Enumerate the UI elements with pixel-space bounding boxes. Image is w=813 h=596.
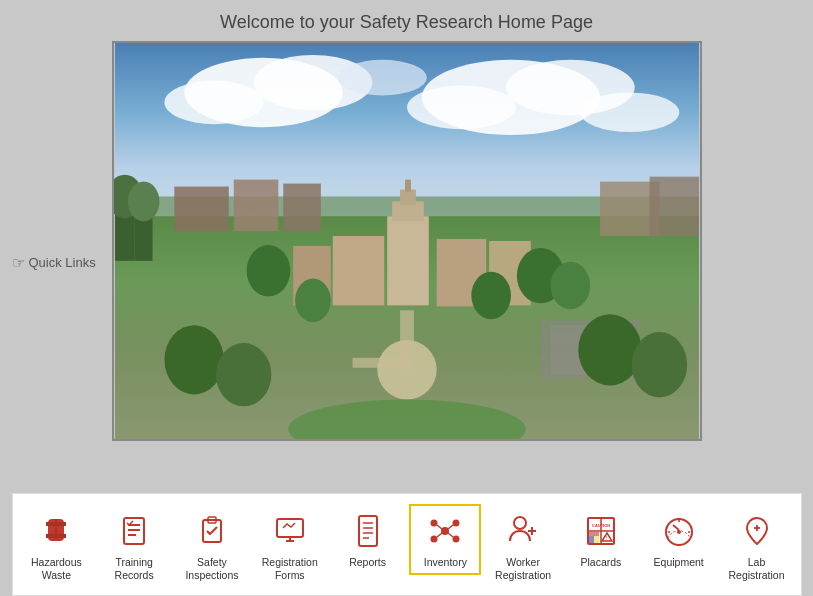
svg-point-3 bbox=[164, 81, 263, 125]
svg-point-63 bbox=[453, 519, 460, 526]
nav-label-inventory: Inventory bbox=[424, 556, 467, 570]
nav-label-registration-forms: RegistrationForms bbox=[262, 556, 318, 583]
nav-item-worker-registration[interactable]: WorkerRegistration bbox=[487, 504, 559, 589]
svg-line-68 bbox=[437, 533, 442, 537]
svg-point-7 bbox=[580, 93, 679, 133]
svg-point-39 bbox=[215, 343, 270, 406]
svg-point-62 bbox=[431, 519, 438, 526]
svg-point-33 bbox=[550, 262, 590, 310]
svg-point-64 bbox=[431, 535, 438, 542]
nav-item-placards[interactable]: CAUTION ! Placards bbox=[565, 504, 637, 576]
monitor-icon bbox=[269, 510, 311, 552]
nav-label-training-records: TrainingRecords bbox=[115, 556, 154, 583]
nav-label-safety-inspections: SafetyInspections bbox=[185, 556, 238, 583]
checklist-icon bbox=[113, 510, 155, 552]
warning-grid-icon: CAUTION ! bbox=[580, 510, 622, 552]
svg-line-84 bbox=[673, 525, 679, 530]
nav-item-equipment[interactable]: Equipment bbox=[643, 504, 715, 576]
svg-line-67 bbox=[448, 525, 453, 529]
svg-rect-30 bbox=[352, 358, 406, 368]
svg-rect-15 bbox=[174, 187, 228, 232]
svg-rect-17 bbox=[283, 184, 321, 232]
svg-point-8 bbox=[337, 60, 426, 96]
quick-links-icon: ☞ bbox=[12, 254, 25, 272]
svg-text:!: ! bbox=[606, 535, 607, 541]
molecule-icon bbox=[424, 510, 466, 552]
nav-label-placards: Placards bbox=[580, 556, 621, 570]
svg-point-6 bbox=[407, 86, 516, 130]
svg-rect-80 bbox=[589, 536, 594, 543]
nav-item-inventory[interactable]: Inventory bbox=[409, 504, 481, 576]
svg-point-35 bbox=[471, 272, 511, 320]
nav-label-hazardous-waste: HazardousWaste bbox=[31, 556, 82, 583]
svg-rect-24 bbox=[332, 236, 383, 305]
svg-point-14 bbox=[127, 182, 159, 222]
svg-point-31 bbox=[246, 245, 290, 296]
svg-point-70 bbox=[514, 517, 526, 529]
nav-label-lab-registration: LabRegistration bbox=[728, 556, 784, 583]
clipboard-check-icon bbox=[191, 510, 233, 552]
doc-icon bbox=[347, 510, 389, 552]
svg-rect-16 bbox=[233, 180, 278, 231]
svg-rect-19 bbox=[649, 177, 699, 236]
svg-point-41 bbox=[631, 332, 686, 397]
svg-text:CAUTION: CAUTION bbox=[592, 523, 610, 528]
svg-point-34 bbox=[295, 279, 331, 323]
nav-item-reports[interactable]: Reports bbox=[332, 504, 404, 576]
nav-label-equipment: Equipment bbox=[654, 556, 704, 570]
nav-item-training-records[interactable]: TrainingRecords bbox=[98, 504, 170, 589]
barrel-icon bbox=[35, 510, 77, 552]
svg-rect-22 bbox=[400, 190, 416, 206]
svg-point-38 bbox=[164, 325, 223, 394]
bottom-navbar: HazardousWaste TrainingRecords bbox=[12, 493, 802, 596]
nav-item-hazardous-waste[interactable]: HazardousWaste bbox=[20, 504, 92, 589]
svg-rect-20 bbox=[387, 216, 429, 305]
svg-point-65 bbox=[453, 535, 460, 542]
page-title: Welcome to your Safety Research Home Pag… bbox=[220, 12, 593, 33]
content-area: ☞ Quick Links bbox=[12, 41, 802, 485]
nav-label-worker-registration: WorkerRegistration bbox=[495, 556, 551, 583]
quick-links[interactable]: ☞ Quick Links bbox=[12, 254, 96, 272]
campus-image bbox=[114, 43, 700, 439]
nav-item-lab-registration[interactable]: LabRegistration bbox=[720, 504, 792, 589]
pin-plus-icon bbox=[736, 510, 778, 552]
nav-label-reports: Reports bbox=[349, 556, 386, 570]
gauge-icon bbox=[658, 510, 700, 552]
svg-rect-56 bbox=[359, 516, 377, 546]
nav-item-safety-inspections[interactable]: SafetyInspections bbox=[176, 504, 248, 589]
person-plus-icon bbox=[502, 510, 544, 552]
svg-line-66 bbox=[437, 525, 442, 529]
campus-image-container bbox=[112, 41, 702, 441]
svg-rect-81 bbox=[594, 536, 599, 543]
svg-line-69 bbox=[448, 533, 453, 537]
page-wrapper: Welcome to your Safety Research Home Pag… bbox=[0, 0, 813, 596]
svg-rect-23 bbox=[405, 180, 411, 192]
svg-rect-53 bbox=[277, 519, 303, 537]
nav-item-registration-forms[interactable]: RegistrationForms bbox=[254, 504, 326, 589]
svg-rect-79 bbox=[589, 532, 599, 536]
svg-point-40 bbox=[578, 314, 641, 385]
